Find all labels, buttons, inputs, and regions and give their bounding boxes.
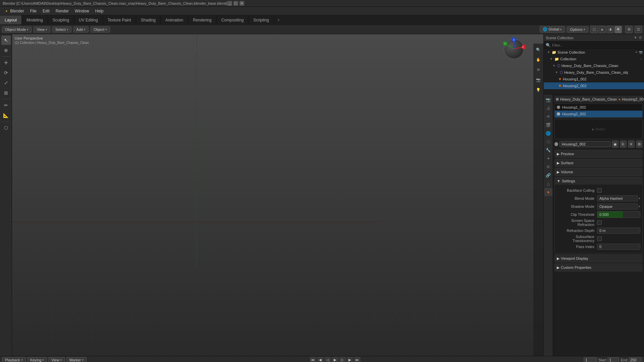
move-tool-button[interactable]: ✛ [1, 58, 11, 67]
outliner-item-chassis[interactable]: ▼ ⬡ Heavy_Duty_Bare_Chassis_Clean [544, 62, 644, 69]
timeline-view-dropdown[interactable]: View [48, 357, 65, 362]
current-frame-input[interactable] [584, 357, 597, 362]
navigation-gizmo[interactable]: X Y Z [502, 37, 526, 61]
tab-layout[interactable]: Layout [0, 15, 22, 24]
subsurface-translucency-checkbox[interactable] [597, 236, 602, 241]
rotate-tool-button[interactable]: ⟳ [1, 68, 11, 77]
tab-modeling[interactable]: Modeling [22, 15, 48, 24]
menu-help[interactable]: Help [93, 8, 106, 14]
viewport[interactable]: User Perspective (1) Collection | Heavy_… [12, 34, 543, 356]
outliner-settings-icon[interactable]: ⚙ [639, 36, 642, 40]
material-delete-button[interactable]: ✕ [628, 140, 635, 148]
select-menu[interactable]: Select [52, 26, 71, 33]
clip-threshold-slider[interactable]: 0.500 [597, 211, 640, 218]
tab-rendering[interactable]: Rendering [188, 15, 216, 24]
measure-tool-button[interactable]: 📐 [1, 111, 11, 120]
global-dropdown[interactable]: 🌐 Global [540, 26, 565, 33]
frame-start-input[interactable] [607, 357, 619, 362]
viewport-rotate-button[interactable]: ⟳ [534, 65, 543, 74]
menu-render[interactable]: Render [53, 8, 71, 14]
material-list-item-housing1[interactable]: Housing1_002 [555, 104, 642, 111]
transform-tool-button[interactable]: ⊞ [1, 88, 11, 98]
tab-compositing[interactable]: Compositing [217, 15, 249, 24]
prev-keyframe-button[interactable]: ◀ [317, 357, 324, 362]
section-surface-header[interactable]: ▶ Surface [555, 159, 642, 167]
tab-texture-paint[interactable]: Texture Paint [103, 15, 136, 24]
section-preview-header[interactable]: ▶ Preview [555, 150, 642, 158]
viewport-zoom-in-button[interactable]: 🔍 [534, 45, 543, 54]
viewport-camera-button[interactable]: 📷 [534, 75, 543, 84]
prop-icon-object[interactable]: ⬡ [544, 138, 552, 146]
material-list-item-housing2[interactable]: Housing2_002 [555, 111, 642, 117]
backface-culling-checkbox[interactable] [597, 188, 602, 193]
options-dropdown[interactable]: Options [567, 26, 588, 33]
rendered-button[interactable]: ☀ [614, 26, 622, 33]
outliner-filter-icon[interactable]: ▼ [634, 36, 637, 40]
solid-button[interactable]: ● [598, 26, 606, 33]
object-mode-dropdown[interactable]: Object Mode [2, 26, 32, 33]
shadow-mode-dropdown[interactable]: Opaque [597, 203, 638, 209]
menu-blender[interactable]: 🔸 Blender [1, 8, 27, 14]
wireframe-button[interactable]: ◻ [590, 26, 598, 33]
tab-animation[interactable]: Animation [161, 15, 188, 24]
scale-tool-button[interactable]: ⤢ [1, 78, 11, 87]
window-controls[interactable]: _ □ ✕ [227, 1, 244, 6]
overlay-button[interactable]: ⊞ [625, 26, 633, 33]
timeline-marker-dropdown[interactable]: Marker [66, 357, 87, 362]
prop-icon-modifier[interactable]: 🔧 [544, 146, 552, 154]
frame-end-input[interactable] [629, 357, 642, 362]
add-workspace-button[interactable]: + [274, 15, 283, 24]
material-copy-button[interactable]: ⎘ [620, 140, 627, 148]
outliner-item-collection[interactable]: ▼ 📁 Collection ✓ [544, 56, 644, 62]
ssr-checkbox[interactable] [597, 220, 602, 225]
xray-button[interactable]: ⊡ [635, 26, 642, 33]
cursor-tool-button[interactable]: ⊕ [1, 46, 11, 55]
timeline-playback-dropdown[interactable]: Playback [2, 357, 26, 362]
timeline-keying-dropdown[interactable]: Keying [27, 357, 47, 362]
select-tool-button[interactable]: ↖ [1, 36, 11, 45]
outliner-item-housing1[interactable]: ▼ Housing1_002 [544, 76, 644, 82]
view-menu[interactable]: View [34, 26, 50, 33]
tab-sculpting[interactable]: Sculpting [48, 15, 74, 24]
prop-icon-data[interactable]: △ [544, 180, 552, 188]
object-menu[interactable]: Object [91, 26, 110, 33]
material-name-input[interactable] [559, 141, 610, 147]
tab-scripting[interactable]: Scripting [249, 15, 274, 24]
section-viewport-display-header[interactable]: ▶ Viewport Display [555, 255, 642, 262]
jump-end-button[interactable]: ⏭ [354, 357, 361, 362]
play-button[interactable]: ▶ [332, 357, 338, 362]
prop-icon-constraint[interactable]: 🔗 [544, 171, 552, 179]
prop-icon-view-layer[interactable]: 👁 [544, 113, 552, 121]
section-volume-header[interactable]: ▶ Volume [555, 168, 642, 176]
material-browse-button[interactable]: ◉ [612, 140, 619, 148]
refraction-depth-value[interactable]: 0 m [597, 228, 640, 234]
outliner-search-input[interactable] [552, 43, 642, 47]
next-frame-button[interactable]: ▷ [339, 357, 346, 362]
viewport-pan-button[interactable]: ✋ [534, 55, 543, 64]
section-settings-header[interactable]: ▼ Settings [555, 177, 642, 185]
viewport-light-button[interactable]: 💡 [534, 85, 543, 95]
minimize-button[interactable]: _ [227, 1, 232, 6]
outliner-item-chassis-obj[interactable]: ▼ ⬡ Heavy_Duty_Bare_Chassis_Clean_obj [544, 69, 644, 76]
jump-start-button[interactable]: ⏮ [310, 357, 316, 362]
menu-window[interactable]: Window [72, 8, 92, 14]
section-custom-properties-header[interactable]: ▶ Custom Properties [555, 264, 642, 271]
outliner-item-scene-collection[interactable]: ▼ 📁 Scene Collection 👁 📷 [544, 49, 644, 56]
prop-icon-output[interactable]: 🖨 [544, 104, 552, 112]
prev-frame-button[interactable]: ◁ [324, 357, 331, 362]
annotate-tool-button[interactable]: ✏ [1, 101, 11, 110]
material-button[interactable]: ◑ [606, 26, 614, 33]
tab-shading[interactable]: Shading [136, 15, 161, 24]
add-cube-button[interactable]: ⬡ [1, 123, 11, 132]
menu-edit[interactable]: Edit [40, 8, 52, 14]
prop-icon-scene[interactable]: 🎬 [544, 121, 552, 129]
material-settings-button[interactable]: ⚙ [636, 140, 643, 148]
tab-uv-editing[interactable]: UV Editing [74, 15, 103, 24]
prop-icon-particles[interactable]: ✦ [544, 155, 552, 163]
next-keyframe-button[interactable]: ▶ [346, 357, 353, 362]
outliner-item-housing2[interactable]: ▼ Housing2_002 [544, 82, 644, 89]
menu-file[interactable]: File [28, 8, 39, 14]
prop-icon-material[interactable]: ● [544, 188, 552, 196]
maximize-button[interactable]: □ [233, 1, 238, 6]
prop-icon-physics[interactable]: ⚙ [544, 163, 552, 171]
